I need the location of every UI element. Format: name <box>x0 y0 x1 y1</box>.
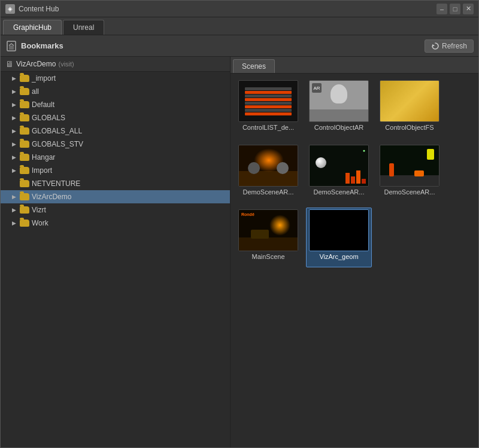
scene-name-controlobjectfs: ControlObjectFS <box>378 124 441 131</box>
tree-arrow-vizrt: ▶ <box>10 206 17 214</box>
window-title: Content Hub <box>19 5 59 13</box>
tree-arrow-default: ▶ <box>10 101 17 108</box>
minimize-button[interactable]: – <box>436 4 447 14</box>
tree-item-all[interactable]: ▶ all <box>1 85 230 98</box>
server-name: VizArcDemo <box>16 60 56 68</box>
tab-unreal[interactable]: Unreal <box>63 20 104 35</box>
refresh-button[interactable]: Refresh <box>425 39 474 53</box>
tree-item-import[interactable]: ▶ _import <box>1 72 230 85</box>
tree-label-import2: Import <box>32 166 52 175</box>
folder-icon-all <box>20 88 29 95</box>
scene-thumb-controlobjectar: AR <box>309 80 369 122</box>
scene-name-vizarcgeom: VizArc_geom <box>308 253 370 260</box>
tree-item-globals-stv[interactable]: ▶ GLOBALS_STV <box>1 138 230 151</box>
toolbar-left: Bookmarks <box>5 40 63 52</box>
tree-label-globals-stv: GLOBALS_STV <box>32 140 83 148</box>
tree-item-netventure[interactable]: ▶ NETVENTURE <box>1 177 230 190</box>
tree-arrow-vizarcdemo: ▶ <box>10 193 17 200</box>
tree-label-all: all <box>32 87 39 96</box>
folder-icon-vizrt <box>20 206 29 214</box>
tree-arrow-all: ▶ <box>10 88 17 95</box>
folder-icon-hangar <box>20 154 29 161</box>
app-icon: ◈ <box>5 4 15 14</box>
scene-item-controlobjectfs[interactable]: ControlObjectFS <box>377 78 442 138</box>
tree-item-globals-all[interactable]: ▶ GLOBALS_ALL <box>1 124 230 138</box>
right-panel: Scenes <box>231 57 478 447</box>
tab-bar: GraphicHub Unreal <box>1 17 478 35</box>
tree-arrow-import2: ▶ <box>10 167 17 174</box>
tree-arrow-globals-stv: ▶ <box>10 141 17 148</box>
tab-graphichub[interactable]: GraphicHub <box>3 20 62 35</box>
server-row: 🖥 VizArcDemo (visit) <box>1 57 230 72</box>
tree-arrow-hangar: ▶ <box>10 154 17 161</box>
tree-label-netventure: NETVENTURE <box>32 179 80 188</box>
svg-marker-2 <box>432 44 435 47</box>
tree-label-hangar: Hangar <box>32 153 55 161</box>
scene-thumb-demoscenear2: ● <box>309 145 369 187</box>
server-icon: 🖥 <box>5 59 14 69</box>
folder-icon-globals-all <box>20 127 29 135</box>
scene-name-controllist: ControlLIST_de... <box>237 124 299 131</box>
main-content: 🖥 VizArcDemo (visit) ▶ _import ▶ all ▶ <box>1 57 478 447</box>
tree-arrow-globals: ▶ <box>10 114 17 121</box>
content-hub-window: ◈ Content Hub – □ ✕ GraphicHub Unreal <box>0 0 479 448</box>
tree-label-work: Work <box>32 219 48 227</box>
tree-arrow-globals-all: ▶ <box>10 127 17 135</box>
refresh-icon <box>431 42 439 50</box>
folder-icon-import2 <box>20 167 29 174</box>
folder-icon-import <box>20 75 29 82</box>
scene-thumb-demoscenear1 <box>238 145 298 187</box>
scene-name-controlobjectar: ControlObjectAR <box>308 124 370 131</box>
tree-item-globals[interactable]: ▶ GLOBALS <box>1 111 230 124</box>
scene-thumb-demoscenear3 <box>380 145 439 187</box>
scenes-grid: ControlLIST_de... AR ControlObjectAR Con… <box>231 74 478 447</box>
tree-item-hangar[interactable]: ▶ Hangar <box>1 151 230 164</box>
folder-icon-globals <box>20 114 29 121</box>
tree-label-globals-all: GLOBALS_ALL <box>32 127 82 135</box>
scene-item-demoscenear2[interactable]: ● DemoSceneAR... <box>306 143 372 203</box>
tree-label-import: _import <box>32 74 56 83</box>
folder-icon-work <box>20 220 29 227</box>
title-bar-left: ◈ Content Hub <box>5 4 59 14</box>
tree-item-import2[interactable]: ▶ Import <box>1 164 230 177</box>
tree-arrow-work: ▶ <box>10 220 17 227</box>
server-tag: (visit) <box>58 60 74 68</box>
bookmarks-icon <box>5 40 17 52</box>
title-bar: ◈ Content Hub – □ ✕ <box>1 1 478 17</box>
folder-icon-netventure <box>20 180 29 187</box>
scene-thumb-controllist <box>238 80 298 122</box>
tree-label-default: Default <box>32 100 54 109</box>
tree-item-vizarcdemo[interactable]: ▶ VizArcDemo <box>1 190 230 203</box>
folder-icon-globals-stv <box>20 141 29 148</box>
folder-icon-vizarcdemo <box>20 193 29 200</box>
scene-thumb-controlobjectfs <box>380 80 439 122</box>
folder-icon-default <box>20 101 29 108</box>
tree-container[interactable]: ▶ _import ▶ all ▶ Default ▶ GLOB <box>1 72 230 447</box>
scene-item-mainscene[interactable]: Rondê MainScene <box>235 208 301 267</box>
scenes-tab-bar: Scenes <box>231 57 478 74</box>
toolbar: Bookmarks Refresh <box>1 35 478 57</box>
scene-item-controllist[interactable]: ControlLIST_de... <box>235 78 301 138</box>
scene-name-demoscenear3: DemoSceneAR... <box>378 188 441 196</box>
tree-arrow-import: ▶ <box>10 75 17 82</box>
tree-item-vizrt[interactable]: ▶ Vizrt <box>1 203 230 217</box>
scene-thumb-mainscene: Rondê <box>238 209 298 251</box>
tree-item-default[interactable]: ▶ Default <box>1 98 230 111</box>
scenes-tab[interactable]: Scenes <box>233 59 275 73</box>
left-panel: 🖥 VizArcDemo (visit) ▶ _import ▶ all ▶ <box>1 57 231 447</box>
scene-item-demoscenear3[interactable]: DemoSceneAR... <box>377 143 442 203</box>
tree-label-vizarcdemo: VizArcDemo <box>32 193 71 201</box>
scene-item-controlobjectar[interactable]: AR ControlObjectAR <box>306 78 372 138</box>
tree-label-vizrt: Vizrt <box>32 206 46 214</box>
bookmarks-label: Bookmarks <box>21 41 63 50</box>
svg-rect-1 <box>9 45 14 50</box>
scene-item-demoscenear1[interactable]: DemoSceneAR... <box>235 143 301 203</box>
close-button[interactable]: ✕ <box>463 4 474 14</box>
scene-name-mainscene: MainScene <box>237 253 299 260</box>
tree-item-work[interactable]: ▶ Work <box>1 217 230 230</box>
scene-name-demoscenear2: DemoSceneAR... <box>308 188 370 196</box>
scene-name-demoscenear1: DemoSceneAR... <box>237 188 299 196</box>
maximize-button[interactable]: □ <box>450 4 460 14</box>
scene-item-vizarcgeom[interactable]: VizArc_geom <box>306 208 372 267</box>
title-controls: – □ ✕ <box>436 4 474 14</box>
